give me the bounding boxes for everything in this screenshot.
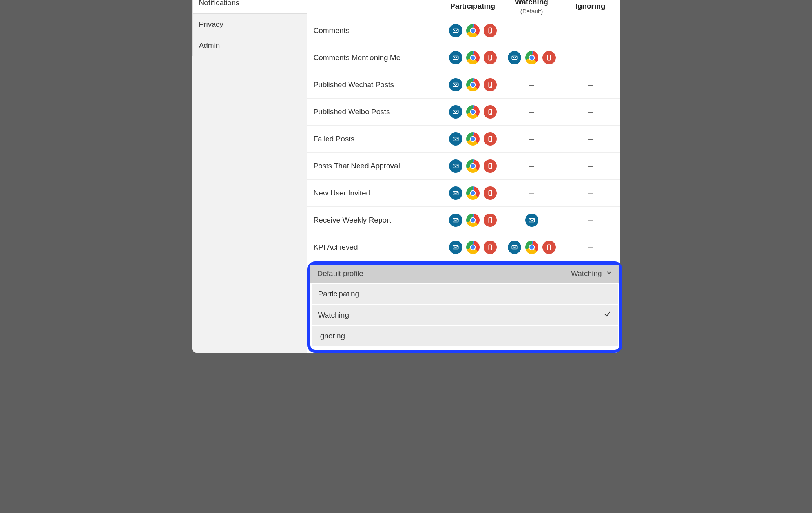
email-icon[interactable] bbox=[449, 105, 462, 119]
mobile-icon[interactable] bbox=[542, 241, 556, 254]
email-icon[interactable] bbox=[449, 78, 462, 91]
row-label: Comments Mentioning Me bbox=[307, 44, 443, 71]
chevron-down-icon bbox=[606, 269, 612, 278]
chrome-icon[interactable] bbox=[525, 51, 538, 64]
mobile-icon[interactable] bbox=[484, 78, 497, 91]
cell-participating bbox=[443, 126, 502, 153]
table-row: Comments Mentioning Me– bbox=[307, 44, 620, 71]
svg-rect-24 bbox=[453, 219, 458, 222]
dash-placeholder: – bbox=[588, 53, 593, 62]
default-profile-options: Participating Watching Ignoring bbox=[310, 283, 619, 348]
dash-placeholder: – bbox=[529, 134, 534, 144]
chrome-icon[interactable] bbox=[466, 24, 480, 37]
email-icon[interactable] bbox=[449, 51, 462, 64]
mobile-icon[interactable] bbox=[484, 51, 497, 64]
table-row: New User Invited–– bbox=[307, 180, 620, 207]
cell-participating bbox=[443, 153, 502, 180]
email-icon[interactable] bbox=[449, 214, 462, 227]
mobile-icon[interactable] bbox=[484, 132, 497, 146]
sidebar-item-admin[interactable]: Admin bbox=[192, 35, 307, 56]
mobile-icon[interactable] bbox=[484, 24, 497, 37]
cell-watching: – bbox=[502, 126, 561, 153]
icon-group bbox=[449, 51, 497, 64]
cell-ignoring: – bbox=[561, 234, 620, 261]
chrome-icon[interactable] bbox=[525, 241, 538, 254]
dash-placeholder: – bbox=[588, 107, 593, 117]
dash-placeholder: – bbox=[588, 161, 593, 171]
svg-rect-31 bbox=[512, 246, 517, 249]
row-label: Receive Weekly Report bbox=[307, 207, 443, 234]
cell-ignoring: – bbox=[561, 44, 620, 71]
chrome-icon[interactable] bbox=[466, 214, 480, 227]
option-participating[interactable]: Participating bbox=[312, 284, 618, 304]
email-icon[interactable] bbox=[508, 241, 521, 254]
option-label: Participating bbox=[318, 290, 359, 298]
email-icon[interactable] bbox=[508, 51, 521, 64]
mobile-icon[interactable] bbox=[484, 105, 497, 119]
col-watching-label: Watching bbox=[515, 0, 548, 6]
option-watching[interactable]: Watching bbox=[312, 305, 618, 325]
table-row: KPI Achieved– bbox=[307, 234, 620, 261]
option-ignoring[interactable]: Ignoring bbox=[312, 326, 618, 346]
cell-ignoring: – bbox=[561, 99, 620, 126]
icon-group bbox=[449, 132, 497, 146]
chrome-icon[interactable] bbox=[466, 132, 480, 146]
cell-watching bbox=[502, 207, 561, 234]
mobile-icon[interactable] bbox=[484, 186, 497, 200]
cell-ignoring: – bbox=[561, 180, 620, 207]
col-participating-label: Participating bbox=[450, 2, 495, 10]
sidebar-item-notifications[interactable]: Notifications bbox=[192, 0, 307, 14]
table-row: Failed Posts–– bbox=[307, 126, 620, 153]
col-watching: Watching (Default) bbox=[502, 0, 561, 17]
email-icon[interactable] bbox=[449, 186, 462, 200]
email-icon[interactable] bbox=[525, 214, 538, 227]
sidebar: Notifications Privacy Admin bbox=[192, 0, 307, 353]
mobile-icon[interactable] bbox=[484, 214, 497, 227]
default-profile-select[interactable]: Default profile Watching bbox=[310, 265, 619, 283]
icon-group bbox=[508, 51, 556, 64]
email-icon[interactable] bbox=[449, 241, 462, 254]
sidebar-item-privacy[interactable]: Privacy bbox=[192, 14, 307, 35]
cell-watching: – bbox=[502, 99, 561, 126]
mobile-icon[interactable] bbox=[542, 51, 556, 64]
mobile-icon[interactable] bbox=[484, 241, 497, 254]
row-label: Published Weibo Posts bbox=[307, 99, 443, 126]
default-profile-highlight: Default profile Watching Participating W… bbox=[307, 261, 622, 353]
svg-point-11 bbox=[490, 86, 491, 87]
email-icon[interactable] bbox=[449, 159, 462, 173]
icon-group bbox=[449, 241, 497, 254]
default-profile-value: Watching bbox=[571, 269, 602, 278]
cell-watching: – bbox=[502, 17, 561, 44]
icon-group bbox=[449, 186, 497, 200]
chrome-icon[interactable] bbox=[466, 159, 480, 173]
settings-card: Notifications Privacy Admin Participatin… bbox=[192, 0, 620, 353]
cell-ignoring: – bbox=[561, 153, 620, 180]
svg-point-20 bbox=[490, 168, 491, 168]
cell-ignoring: – bbox=[561, 71, 620, 99]
chrome-icon[interactable] bbox=[466, 78, 480, 91]
row-label: New User Invited bbox=[307, 180, 443, 207]
icon-group bbox=[449, 105, 497, 119]
cell-ignoring: – bbox=[561, 126, 620, 153]
chrome-icon[interactable] bbox=[466, 105, 480, 119]
chrome-icon[interactable] bbox=[466, 186, 480, 200]
cell-watching: – bbox=[502, 153, 561, 180]
col-ignoring: Ignoring bbox=[561, 0, 620, 17]
chrome-icon[interactable] bbox=[466, 51, 480, 64]
svg-rect-21 bbox=[453, 192, 458, 195]
mobile-icon[interactable] bbox=[484, 159, 497, 173]
dash-placeholder: – bbox=[529, 161, 534, 171]
icon-group bbox=[508, 241, 556, 254]
cell-participating bbox=[443, 180, 502, 207]
col-ignoring-label: Ignoring bbox=[576, 2, 606, 10]
icon-group bbox=[525, 214, 538, 227]
cell-participating bbox=[443, 99, 502, 126]
email-icon[interactable] bbox=[449, 24, 462, 37]
chrome-icon[interactable] bbox=[466, 241, 480, 254]
svg-rect-27 bbox=[529, 219, 535, 222]
dash-placeholder: – bbox=[588, 26, 593, 35]
svg-point-26 bbox=[490, 222, 491, 223]
svg-rect-0 bbox=[453, 29, 458, 33]
email-icon[interactable] bbox=[449, 132, 462, 146]
cell-watching bbox=[502, 234, 561, 261]
